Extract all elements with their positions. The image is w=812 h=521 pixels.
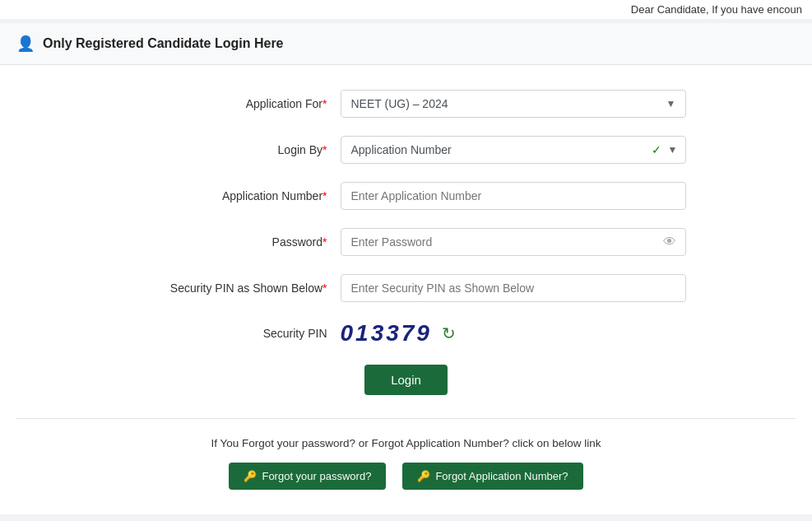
security-pin-label: Security PIN as Shown Below*	[127, 281, 341, 295]
security-pin-input-row: Security PIN as Shown Below*	[16, 274, 796, 302]
security-pin-value: 013379	[341, 320, 432, 347]
refresh-icon[interactable]: ↻	[442, 323, 456, 343]
application-number-input[interactable]	[341, 182, 686, 210]
login-by-select-wrapper: Application Number ✓ ▼	[341, 136, 686, 164]
user-icon: 👤	[16, 35, 35, 53]
header-title: Only Registered Candidate Login Here	[43, 36, 284, 51]
eye-icon[interactable]: 👁	[663, 235, 676, 249]
security-pin-display-row: Security PIN 013379 ↻	[16, 320, 796, 347]
form-container: Application For* NEET (UG) – 2024 ▼ Logi…	[0, 65, 812, 514]
forgot-section: If You Forgot your password? or Forgot A…	[16, 418, 796, 490]
application-for-row: Application For* NEET (UG) – 2024 ▼	[16, 90, 796, 118]
application-for-select-wrapper: NEET (UG) – 2024 ▼	[341, 90, 686, 118]
password-input[interactable]	[341, 228, 686, 256]
forgot-text: If You Forgot your password? or Forgot A…	[16, 437, 796, 449]
security-pin-display: 013379 ↻	[341, 320, 686, 347]
forgot-buttons: 🔑 Forgot your password? 🔑 Forgot Applica…	[16, 463, 796, 490]
security-pin-display-label: Security PIN	[127, 327, 341, 340]
application-for-label: Application For*	[127, 97, 341, 110]
password-label: Password*	[127, 235, 341, 249]
key-icon-2: 🔑	[417, 470, 430, 482]
top-bar-text: Dear Candidate, If you have encoun	[0, 0, 812, 19]
login-by-row: Login By* Application Number ✓ ▼	[16, 136, 796, 164]
application-for-select[interactable]: NEET (UG) – 2024	[341, 90, 686, 118]
forgot-password-button[interactable]: 🔑 Forgot your password?	[229, 463, 386, 490]
application-number-label: Application Number*	[127, 189, 341, 202]
application-number-row: Application Number*	[16, 182, 796, 210]
forgot-application-button[interactable]: 🔑 Forgot Application Number?	[402, 463, 582, 490]
login-button[interactable]: Login	[364, 365, 448, 395]
login-by-select[interactable]: Application Number	[341, 136, 686, 164]
security-pin-input[interactable]	[341, 274, 686, 302]
header-section: 👤 Only Registered Candidate Login Here	[0, 23, 812, 65]
login-btn-row: Login	[16, 365, 796, 395]
key-icon-1: 🔑	[244, 470, 257, 482]
login-by-label: Login By*	[127, 143, 341, 156]
password-row: Password* 👁	[16, 228, 796, 256]
password-wrapper: 👁	[341, 228, 686, 256]
